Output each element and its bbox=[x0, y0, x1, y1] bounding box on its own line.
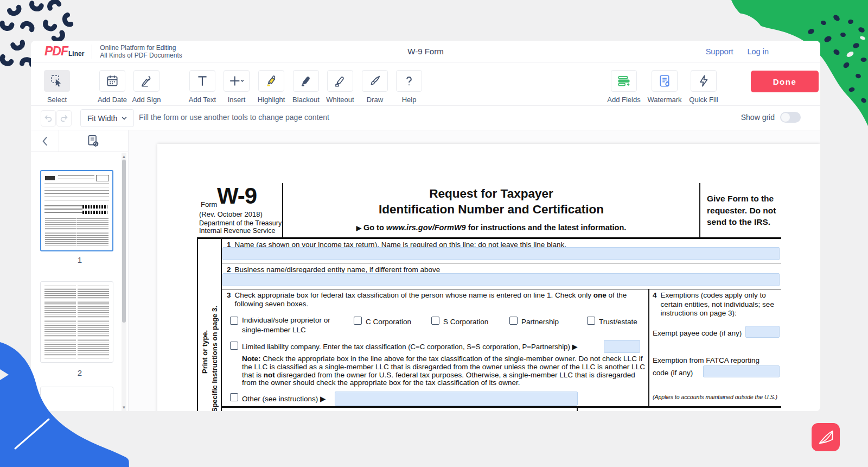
paintbrush-icon bbox=[362, 70, 388, 92]
watermark-doc-icon bbox=[652, 70, 678, 92]
arrow-right-icon: ▶ bbox=[356, 224, 361, 232]
line5-number: 5 bbox=[227, 409, 231, 411]
show-grid-toggle[interactable] bbox=[780, 112, 801, 123]
brush-outline-icon bbox=[327, 70, 353, 92]
header-divider-right bbox=[699, 183, 700, 237]
pdf-ribbon-icon bbox=[816, 427, 835, 447]
toolbar-hint-text: Fill the form or use another tools to ch… bbox=[139, 113, 329, 122]
line3-text: Check appropriate box for federal tax cl… bbox=[235, 291, 646, 308]
sidebar-header-divider bbox=[59, 130, 59, 152]
sidebar-scrollbar-thumb[interactable] bbox=[122, 160, 126, 323]
support-link[interactable]: Support bbox=[706, 47, 733, 56]
llc-checkbox[interactable] bbox=[230, 342, 238, 350]
sub-toolbar: Fit Width Fill the form or use another t… bbox=[31, 106, 820, 130]
add-sign-label: Add Sign bbox=[126, 96, 167, 104]
redo-arrow-icon bbox=[59, 113, 69, 123]
give-form-note: Give Form to the requester. Do not send … bbox=[707, 193, 789, 228]
line2-text: Business name/disregarded entity name, i… bbox=[235, 266, 441, 274]
login-link[interactable]: Log in bbox=[747, 47, 769, 56]
redo-button[interactable] bbox=[56, 110, 72, 127]
individual-checkbox[interactable] bbox=[230, 317, 238, 325]
line5-label: 5 Address (number, street, and apt. or s… bbox=[227, 409, 440, 411]
fields-icon bbox=[611, 70, 637, 92]
other-label: Other (see instructions) ▶ bbox=[242, 394, 326, 403]
business-name-field[interactable] bbox=[222, 273, 780, 286]
row2-border bbox=[221, 289, 781, 289]
goto-prefix: Go to bbox=[363, 223, 386, 232]
individual-label: Individual/sole proprietor or single-mem… bbox=[242, 315, 333, 335]
applies-note: (Applies to accounts maintained outside … bbox=[653, 394, 777, 400]
quick-fill-label: Quick Fill bbox=[683, 96, 724, 104]
llc-classification-field[interactable] bbox=[604, 340, 640, 353]
form-title-line1: Request for Taxpayer bbox=[283, 186, 699, 201]
partnership-checkbox[interactable] bbox=[509, 317, 518, 325]
line2-number: 2 bbox=[227, 266, 231, 274]
line5-text: Address (number, street, and apt. or sui… bbox=[235, 409, 441, 411]
section4-divider bbox=[648, 289, 649, 406]
watermark-label: Watermark bbox=[644, 96, 685, 104]
body-outer-left-border bbox=[197, 237, 198, 411]
brush-filled-icon bbox=[293, 70, 319, 92]
watermark-button[interactable]: Watermark bbox=[644, 70, 685, 104]
document-gear-icon bbox=[86, 134, 101, 149]
name-field[interactable] bbox=[222, 247, 780, 260]
add-fields-button[interactable]: Add Fields bbox=[603, 70, 644, 104]
header-links: Support Log in bbox=[706, 47, 769, 56]
scroll-up-icon[interactable]: ▲ bbox=[122, 154, 126, 159]
trust-estate-checkbox[interactable] bbox=[587, 317, 595, 325]
line4-number: 4 bbox=[653, 291, 657, 318]
help-button[interactable]: Help bbox=[388, 70, 430, 104]
fatca-label-line2: code (if any) bbox=[653, 369, 693, 377]
requester-label: Requester's name and address (optional) bbox=[582, 409, 716, 411]
line3-text-a: Check appropriate box for federal tax cl… bbox=[235, 291, 593, 299]
form-goto-line: ▶ Go to www.irs.gov/FormW9 for instructi… bbox=[283, 223, 699, 232]
page-thumbnail-1[interactable] bbox=[40, 170, 113, 251]
c-corporation-label: C Corporation bbox=[366, 318, 411, 326]
form-main-title: Request for Taxpayer Identification Numb… bbox=[283, 186, 699, 217]
other-field[interactable] bbox=[335, 392, 578, 406]
note-bold1: Note: bbox=[242, 355, 261, 363]
c-corporation-checkbox[interactable] bbox=[354, 317, 362, 325]
body-inner-left-border bbox=[221, 237, 222, 411]
trust-estate-label: Trust/estate bbox=[599, 318, 637, 326]
goto-suffix: for instructions and the latest informat… bbox=[466, 223, 627, 232]
show-grid-control: Show grid bbox=[741, 112, 801, 123]
form-w9-title: W-9 bbox=[217, 183, 257, 209]
form-word: Form bbox=[201, 200, 217, 209]
help-label: Help bbox=[388, 96, 430, 104]
exempt-payee-field[interactable] bbox=[745, 326, 780, 338]
document-title: W-9 Form bbox=[31, 47, 820, 56]
note-bold2: not bbox=[264, 371, 275, 379]
calendar-icon bbox=[99, 70, 125, 92]
quick-fill-button[interactable]: Quick Fill bbox=[683, 70, 724, 104]
zoom-mode-dropdown[interactable]: Fit Width bbox=[80, 109, 134, 127]
question-icon bbox=[396, 70, 422, 92]
form-dept: Department of the Treasury bbox=[199, 219, 282, 227]
collapse-sidebar-button[interactable] bbox=[39, 134, 53, 148]
line4-label: 4 Exemptions (codes apply only to certai… bbox=[653, 291, 781, 318]
document-area: Form W-9 (Rev. October 2018) Department … bbox=[129, 130, 820, 411]
undo-button[interactable] bbox=[41, 110, 56, 127]
add-fields-label: Add Fields bbox=[603, 96, 644, 104]
select-button[interactable]: Select bbox=[36, 70, 78, 104]
pdfliner-corner-logo bbox=[812, 423, 840, 451]
partnership-label: Partnership bbox=[521, 318, 559, 326]
lightning-icon bbox=[691, 70, 717, 92]
plus-chevron-icon bbox=[224, 70, 250, 92]
fatca-code-field[interactable] bbox=[703, 365, 780, 377]
add-sign-button[interactable]: Add Sign bbox=[126, 70, 167, 104]
note-text2: disregarded from the owner for U.S. fede… bbox=[242, 371, 635, 387]
s-corporation-checkbox[interactable] bbox=[431, 317, 439, 325]
logo-liner-text: Liner bbox=[68, 50, 84, 58]
s-corporation-label: S Corporation bbox=[443, 318, 488, 326]
row5-top-border bbox=[221, 406, 781, 408]
llc-label: Limited liability company. Enter the tax… bbox=[242, 343, 578, 351]
page-settings-button[interactable] bbox=[86, 134, 101, 151]
pen-icon bbox=[133, 70, 159, 92]
w9-form-page: Form W-9 (Rev. October 2018) Department … bbox=[157, 144, 820, 411]
done-button[interactable]: Done bbox=[751, 71, 819, 92]
other-checkbox[interactable] bbox=[230, 393, 238, 401]
show-grid-label: Show grid bbox=[741, 113, 775, 122]
form-title-line2: Identification Number and Certification bbox=[283, 201, 699, 217]
row1-border bbox=[221, 263, 781, 263]
